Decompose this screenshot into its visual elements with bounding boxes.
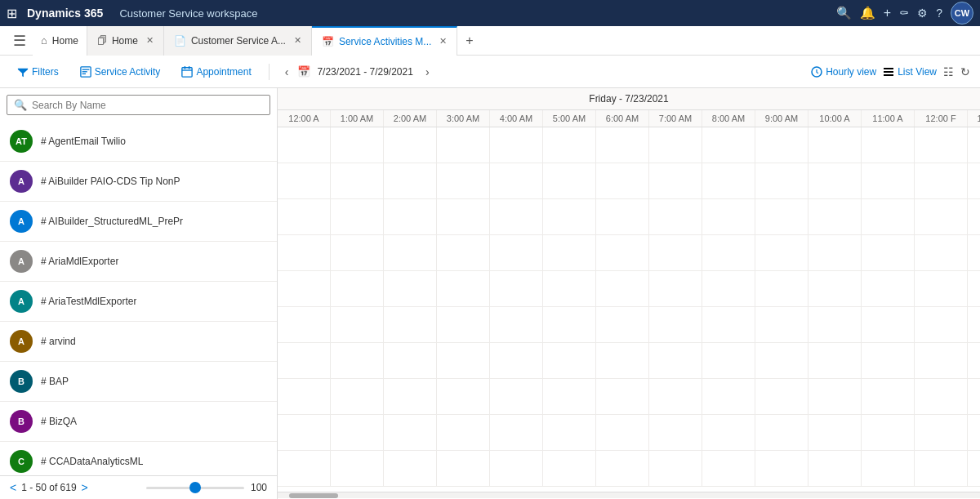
zoom-slider[interactable] (146, 487, 244, 489)
calendar-cell[interactable] (915, 235, 968, 271)
prev-week-button[interactable]: ‹ (279, 63, 295, 81)
calendar-cell[interactable] (490, 235, 543, 271)
calendar-cell[interactable] (331, 343, 384, 379)
search-input[interactable] (32, 100, 263, 111)
calendar-cell[interactable] (755, 415, 808, 451)
calendar-cell[interactable] (649, 235, 702, 271)
horizontal-scrollbar[interactable] (278, 492, 980, 498)
refresh-icon[interactable]: ↻ (960, 65, 970, 78)
calendar-cell[interactable] (278, 415, 331, 451)
calendar-cell[interactable] (915, 127, 968, 163)
calendar-cell[interactable] (702, 127, 755, 163)
calendar-cell[interactable] (702, 235, 755, 271)
calendar-cell[interactable] (915, 415, 968, 451)
calendar-cell[interactable] (862, 343, 915, 379)
calendar-cell[interactable] (596, 127, 649, 163)
calendar-cell[interactable] (278, 127, 331, 163)
tab-service-activities[interactable]: 📄 Customer Service A... ✕ (164, 26, 312, 56)
calendar-cell[interactable] (490, 199, 543, 235)
calendar-cell[interactable] (862, 163, 915, 199)
calendar-cell[interactable] (915, 379, 968, 415)
hamburger-menu[interactable]: ☰ (7, 29, 33, 53)
calendar-cell[interactable] (755, 235, 808, 271)
calendar-cell[interactable] (915, 451, 968, 487)
calendar-cell[interactable] (649, 199, 702, 235)
calendar-cell[interactable] (490, 271, 543, 307)
notification-icon[interactable]: 🔔 (860, 6, 875, 20)
columns-icon[interactable]: ☷ (943, 65, 954, 78)
calendar-cell[interactable] (702, 379, 755, 415)
calendar-cell[interactable] (755, 271, 808, 307)
calendar-cell[interactable] (968, 235, 980, 271)
calendar-cell[interactable] (702, 271, 755, 307)
prev-page-button[interactable]: < (10, 481, 16, 494)
calendar-cell[interactable] (543, 379, 596, 415)
calendar-cell[interactable] (437, 379, 490, 415)
calendar-cell[interactable] (543, 163, 596, 199)
calendar-cell[interactable] (862, 235, 915, 271)
calendar-cell[interactable] (437, 307, 490, 343)
calendar-cell[interactable] (862, 199, 915, 235)
calendar-cell[interactable] (808, 343, 862, 379)
list-item[interactable]: AT # AgentEmail Twilio (0, 122, 277, 162)
calendar-cell[interactable] (331, 199, 384, 235)
calendar-cell[interactable] (490, 451, 543, 487)
calendar-cell[interactable] (915, 199, 968, 235)
calendar-cell[interactable] (596, 271, 649, 307)
calendar-cell[interactable] (862, 451, 915, 487)
calendar-cell[interactable] (384, 415, 437, 451)
calendar-cell[interactable] (649, 451, 702, 487)
next-week-button[interactable]: › (420, 63, 435, 81)
calendar-cell[interactable] (437, 127, 490, 163)
list-item[interactable]: A # AriaTestMdlExporter (0, 282, 277, 322)
calendar-cell[interactable] (915, 163, 968, 199)
calendar-cell[interactable] (543, 451, 596, 487)
calendar-cell[interactable] (543, 199, 596, 235)
calendar-cell[interactable] (862, 307, 915, 343)
tab-home[interactable]: ⌂ Home (33, 26, 87, 56)
hourly-view-button[interactable]: Hourly view (811, 66, 876, 78)
calendar-cell[interactable] (331, 235, 384, 271)
calendar-cell[interactable] (968, 163, 980, 199)
calendar-cell[interactable] (490, 415, 543, 451)
calendar-cell[interactable] (278, 271, 331, 307)
calendar-cell[interactable] (649, 163, 702, 199)
calendar-cell[interactable] (278, 451, 331, 487)
calendar-cell[interactable] (862, 415, 915, 451)
calendar-cell[interactable] (862, 271, 915, 307)
calendar-cell[interactable] (702, 451, 755, 487)
calendar-cell[interactable] (755, 163, 808, 199)
calendar-cell[interactable] (862, 379, 915, 415)
add-tab-button[interactable]: + (457, 30, 481, 51)
calendar-cell[interactable] (331, 271, 384, 307)
calendar-cell[interactable] (596, 415, 649, 451)
calendar-cell[interactable] (543, 307, 596, 343)
calendar-cell[interactable] (490, 163, 543, 199)
calendar-cell[interactable] (384, 235, 437, 271)
calendar-cell[interactable] (278, 163, 331, 199)
calendar-cell[interactable] (702, 163, 755, 199)
calendar-cell[interactable] (437, 199, 490, 235)
calendar-cell[interactable] (331, 307, 384, 343)
grid-icon[interactable]: ⊞ (7, 6, 17, 21)
calendar-cell[interactable] (702, 199, 755, 235)
calendar-cell[interactable] (808, 451, 862, 487)
calendar-cell[interactable] (384, 271, 437, 307)
settings-icon[interactable]: ⚙ (917, 7, 928, 20)
list-item[interactable]: B # BAP (0, 362, 277, 402)
calendar-cell[interactable] (278, 307, 331, 343)
calendar-cell[interactable] (596, 163, 649, 199)
calendar-cell[interactable] (808, 307, 862, 343)
calendar-cell[interactable] (968, 379, 980, 415)
calendar-cell[interactable] (384, 127, 437, 163)
calendar-cell[interactable] (596, 307, 649, 343)
calendar-cell[interactable] (649, 307, 702, 343)
calendar-cell[interactable] (490, 307, 543, 343)
list-item[interactable]: A # AriaMdlExporter (0, 242, 277, 282)
calendar-cell[interactable] (384, 163, 437, 199)
calendar-cell[interactable] (596, 379, 649, 415)
tab-sa-close[interactable]: ✕ (294, 35, 301, 46)
calendar-cell[interactable] (808, 379, 862, 415)
calendar-cell[interactable] (702, 343, 755, 379)
list-item[interactable]: C # CCADataAnalyticsML (0, 442, 277, 475)
